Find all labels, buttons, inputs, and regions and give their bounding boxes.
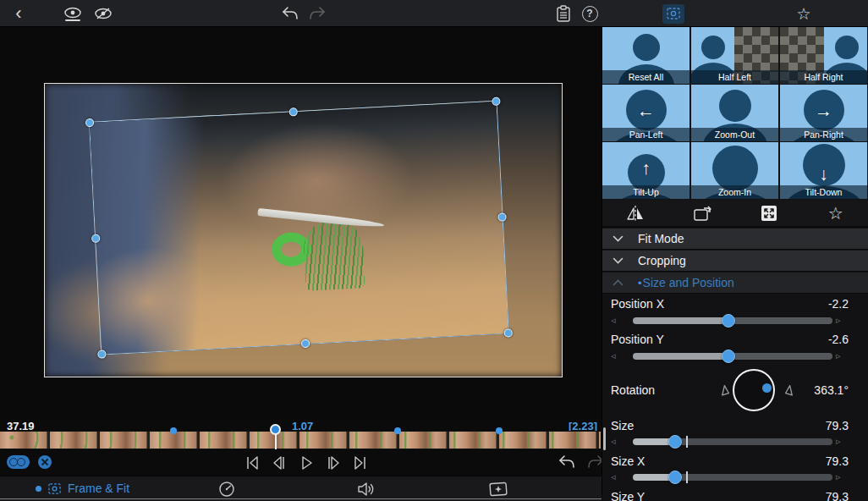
previous-frame-button[interactable] [266, 453, 293, 473]
slider-thumb[interactable] [722, 314, 735, 328]
size-x-slider[interactable]: ◃ ▹ [602, 470, 868, 485]
transport-controls [239, 453, 374, 473]
size-y-value: 79.3 [826, 490, 849, 501]
size-x-value: 79.3 [826, 454, 849, 468]
keyframe-marker-1[interactable] [170, 427, 177, 434]
preset-label: Zoom-In [718, 187, 751, 197]
selected-clip-transform-box[interactable] [89, 101, 509, 355]
size-x-label: Size X [611, 454, 645, 468]
preset-label: Reset All [629, 72, 663, 82]
size-value: 79.3 [826, 419, 849, 432]
nudge-right-icon[interactable]: ▹ [836, 350, 841, 361]
rotate-frame-button[interactable] [688, 201, 717, 225]
link-clips-icon[interactable] [7, 455, 30, 469]
nudge-left-icon[interactable]: ◃ [611, 315, 616, 326]
nudge-right-icon[interactable]: ▹ [836, 436, 841, 447]
slider-thumb[interactable] [722, 350, 735, 363]
star-icon: ☆ [796, 4, 810, 24]
panel-scrollbar[interactable] [603, 427, 606, 450]
chevron-down-icon [613, 235, 624, 242]
position-x-row: Position X -2.2 [602, 296, 868, 311]
nudge-left-icon[interactable]: ◃ [611, 350, 616, 361]
preset-pan-right[interactable]: → Pan-Right [780, 85, 867, 141]
slider-track[interactable] [633, 353, 832, 360]
arrow-up-icon: ↑ [641, 158, 651, 179]
preset-tilt-up[interactable]: ↑ Tilt-Up [602, 142, 689, 199]
video-editor-app: ‹ ? ☆ [0, 0, 868, 501]
step-forward-icon [324, 454, 343, 472]
clip-audio-button[interactable] [355, 478, 377, 500]
position-y-slider[interactable]: ◃ ▹ [602, 349, 868, 364]
nudge-left-icon[interactable]: ◃ [611, 471, 616, 482]
keyframe-marker-2[interactable] [394, 427, 401, 434]
redo-icon [308, 5, 327, 22]
speed-dial-icon [217, 480, 236, 498]
preset-half-left[interactable]: Half Left [691, 27, 778, 84]
rotation-label: Rotation [611, 383, 655, 397]
size-y-row: Size Y 79.3 [602, 489, 868, 501]
rotation-value: 363.1° [814, 383, 849, 397]
hide-overlays-button[interactable] [91, 0, 115, 27]
skip-to-end-button[interactable] [347, 453, 374, 473]
presets-clipboard-button[interactable] [552, 0, 574, 27]
slider-track[interactable] [633, 317, 832, 324]
handle-top-center[interactable] [288, 107, 298, 117]
undo-button[interactable] [279, 0, 301, 27]
preset-pan-left[interactable]: ← Pan-Left [602, 85, 689, 141]
play-button[interactable] [293, 453, 320, 473]
preset-reset-all[interactable]: Reset All [602, 27, 689, 84]
star-icon: ☆ [828, 203, 843, 223]
active-dot-icon [36, 486, 41, 492]
section-size-and-position[interactable]: • Size and Position [602, 273, 868, 294]
skip-to-start-button[interactable] [239, 453, 266, 473]
active-tool-indicator[interactable]: Frame & Fit [36, 476, 129, 500]
preset-zoom-out[interactable]: Zoom-Out [691, 85, 778, 141]
next-frame-button[interactable] [320, 453, 347, 473]
keyframe-marker-3[interactable] [496, 427, 503, 434]
nudge-right-icon[interactable]: ▹ [836, 471, 841, 482]
fill-frame-button[interactable] [755, 201, 783, 225]
frame-fit-panel-toggle[interactable] [662, 0, 685, 27]
speaker-icon [356, 481, 376, 498]
show-overlays-button[interactable] [61, 0, 85, 27]
rotate-cw-button[interactable] [782, 382, 799, 399]
timeline-left-tools [7, 455, 52, 469]
favorite-preset-button[interactable]: ☆ [821, 201, 850, 225]
help-button[interactable]: ? [579, 0, 601, 27]
flip-horizontal-button[interactable] [621, 201, 650, 225]
preset-half-right[interactable]: Half Right [780, 27, 867, 84]
handle-bottom-center[interactable] [300, 339, 310, 349]
default-value-tick [686, 471, 688, 483]
nudge-right-icon[interactable]: ▹ [836, 315, 841, 326]
preset-label: Tilt-Down [805, 187, 843, 197]
section-cropping[interactable]: Cropping [602, 250, 868, 272]
section-fit-mode[interactable]: Fit Mode [602, 228, 868, 250]
nudge-left-icon[interactable]: ◃ [611, 436, 616, 447]
preset-tilt-down[interactable]: ↓ Tilt-Down [780, 142, 867, 199]
back-button[interactable]: ‹ [8, 0, 29, 27]
clip-filmstrip-scrubber[interactable] [0, 431, 601, 449]
keyframe-target-icon[interactable] [38, 455, 52, 469]
arrow-down-icon: ↓ [819, 164, 828, 184]
slider-thumb[interactable] [668, 471, 682, 484]
size-slider[interactable]: ◃ ▹ [602, 434, 868, 449]
rotation-dial[interactable] [733, 369, 775, 411]
slider-thumb[interactable] [668, 435, 682, 449]
playhead-handle[interactable] [270, 424, 281, 435]
favorite-button[interactable]: ☆ [792, 0, 816, 27]
frame-fit-icon [666, 7, 681, 20]
position-y-label: Position Y [611, 333, 664, 346]
panel-undo-button[interactable] [557, 454, 577, 471]
clip-speed-button[interactable] [216, 478, 238, 500]
play-icon [297, 454, 316, 472]
redo-button[interactable] [306, 0, 328, 27]
clip-effects-button[interactable] [487, 478, 509, 500]
rotate-ccw-button[interactable] [716, 382, 733, 399]
slider-track[interactable] [633, 474, 832, 481]
section-label: Cropping [638, 254, 686, 267]
rotate-cw-icon [783, 383, 797, 397]
slider-track[interactable] [633, 438, 832, 445]
preset-zoom-in[interactable]: Zoom-In [691, 142, 778, 199]
position-x-slider[interactable]: ◃ ▹ [602, 313, 868, 328]
section-label: Size and Position [643, 276, 734, 289]
